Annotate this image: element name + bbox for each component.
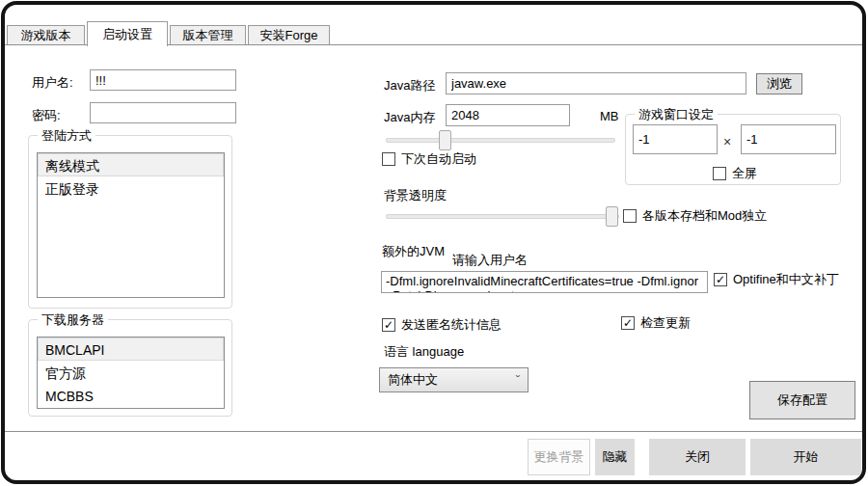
game-window-group: 游戏窗口设定 × 全屏 <box>625 114 841 185</box>
tab-launch-settings[interactable]: 启动设置 <box>87 21 168 46</box>
window-width-input[interactable] <box>633 124 718 154</box>
language-label: 语言 language <box>384 343 464 361</box>
optifine-label: Optifine和中文补丁 <box>733 271 839 288</box>
browse-button[interactable]: 浏览 <box>756 73 802 94</box>
tab-game-version[interactable]: 游戏版本 <box>7 25 85 45</box>
login-method-list: 离线模式 正版登录 <box>37 152 225 298</box>
password-input[interactable] <box>90 102 236 123</box>
autostart-label: 下次自动启动 <box>401 150 476 168</box>
check-update-label: 检查更新 <box>640 314 691 332</box>
check-update-row: ✓ 检查更新 <box>621 314 691 332</box>
launcher-window: 游戏版本 启动设置 版本管理 安装Forge 用户名: 密码: 登陆方式 离线模… <box>0 0 868 486</box>
download-server-list: BMCLAPI 官方源 MCBBS <box>37 337 225 409</box>
tab-version-management[interactable]: 版本管理 <box>170 25 246 45</box>
autostart-row: 下次自动启动 <box>382 150 476 168</box>
optifine-row: ✓ Optifine和中文补丁 <box>714 271 839 288</box>
independent-saves-label: 各版本存档和Mod独立 <box>642 207 767 225</box>
fullscreen-row: 全屏 <box>713 165 757 182</box>
download-server-group: 下载服务器 BMCLAPI 官方源 MCBBS <box>28 319 232 417</box>
save-config-button[interactable]: 保存配置 <box>749 381 855 419</box>
download-server-group-title: 下载服务器 <box>38 311 108 329</box>
optifine-checkbox[interactable]: ✓ <box>714 273 727 286</box>
jvm-args-input[interactable]: -Dfml.ignoreInvalidMinecraftCertificates… <box>381 271 708 293</box>
jvm-args-label: 额外的JVM <box>382 243 445 260</box>
fullscreen-checkbox[interactable] <box>713 167 726 180</box>
window-height-input[interactable] <box>741 124 836 154</box>
language-select[interactable]: 简体中文 ˇ <box>379 367 529 392</box>
memory-slider-thumb[interactable] <box>439 130 451 150</box>
chevron-down-icon: ˇ <box>516 373 520 388</box>
java-path-label: Java路径 <box>384 77 435 94</box>
memory-slider-track[interactable] <box>386 138 615 143</box>
change-background-button[interactable]: 更换背景 <box>528 439 590 475</box>
transparency-slider-thumb[interactable] <box>606 206 618 227</box>
close-button[interactable]: 关闭 <box>649 439 746 475</box>
java-memory-label: Java内存 <box>384 109 435 126</box>
login-method-group: 登陆方式 离线模式 正版登录 <box>28 135 232 309</box>
java-path-input[interactable] <box>446 72 746 94</box>
list-item-mcbbs[interactable]: MCBBS <box>38 384 224 407</box>
tab-install-forge[interactable]: 安装Forge <box>248 25 330 45</box>
fullscreen-label: 全屏 <box>732 165 757 182</box>
username-hint-tooltip: 请输入用户名 <box>449 251 530 270</box>
times-glyph: × <box>723 134 731 149</box>
username-input[interactable] <box>90 69 236 91</box>
transparency-slider-track[interactable] <box>386 214 619 219</box>
start-button[interactable]: 开始 <box>750 439 861 475</box>
list-item-online-login[interactable]: 正版登录 <box>38 176 224 200</box>
login-method-group-title: 登陆方式 <box>38 127 95 145</box>
anonymous-stats-label: 发送匿名统计信息 <box>401 316 502 334</box>
anonymous-stats-row: ✓ 发送匿名统计信息 <box>382 316 502 334</box>
memory-unit-label: MB <box>600 109 619 123</box>
list-item-official-source[interactable]: 官方源 <box>38 361 224 384</box>
autostart-checkbox[interactable] <box>382 152 395 166</box>
password-label: 密码: <box>32 107 61 124</box>
independent-saves-checkbox[interactable] <box>623 209 637 223</box>
anonymous-stats-checkbox[interactable]: ✓ <box>382 318 395 332</box>
list-item-bmclapi[interactable]: BMCLAPI <box>38 338 224 361</box>
check-update-checkbox[interactable]: ✓ <box>621 316 635 330</box>
game-window-group-title: 游戏窗口设定 <box>635 106 718 123</box>
username-label: 用户名: <box>32 74 73 92</box>
list-item-offline-mode[interactable]: 离线模式 <box>38 153 224 176</box>
java-memory-input[interactable] <box>446 104 570 126</box>
hide-button[interactable]: 隐藏 <box>595 439 635 475</box>
footer-divider <box>5 431 863 432</box>
independent-saves-row: 各版本存档和Mod独立 <box>623 207 767 225</box>
transparency-label: 背景透明度 <box>384 187 447 204</box>
language-selected-value: 简体中文 <box>388 371 438 389</box>
